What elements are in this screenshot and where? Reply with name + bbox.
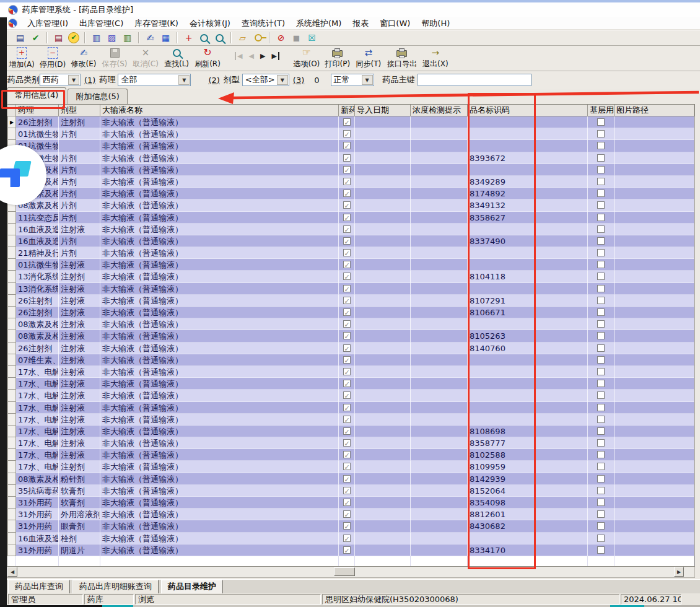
base-level-checkbox[interactable] (597, 237, 605, 245)
new-drug-checkbox[interactable] (343, 249, 351, 256)
doc-search-icon[interactable] (198, 32, 210, 43)
col-header-infusion-name[interactable]: 大输液名称 (100, 105, 339, 116)
table-row[interactable]: 21精神及行为片剂非大输液（普通输液） (7, 247, 694, 259)
list-doc-icon[interactable]: ▥ (121, 32, 133, 43)
base-level-checkbox[interactable] (597, 178, 605, 185)
table-row[interactable]: 31外用药外用溶液剂非大输液（普通输液）8812601 (7, 509, 694, 520)
export-doc-icon[interactable]: ▤ (53, 32, 64, 43)
table-row[interactable]: 31外用药阴道片非大输液（普通输液）8334170 (7, 544, 694, 556)
base-level-checkbox[interactable] (597, 142, 605, 149)
window-tab[interactable]: 药品出库明细账查询 (72, 580, 159, 594)
base-level-checkbox[interactable] (597, 487, 605, 494)
base-level-checkbox[interactable] (597, 427, 605, 435)
base-level-checkbox[interactable] (597, 332, 605, 339)
base-level-checkbox[interactable] (597, 522, 605, 530)
menu-item[interactable]: 入库管理(I) (22, 18, 74, 29)
table-row[interactable]: 17水、电解质注射剂非大输液（普通输液）8109959 (7, 461, 694, 473)
base-level-checkbox[interactable] (597, 439, 605, 447)
new-drug-checkbox[interactable] (343, 237, 351, 245)
window-tab[interactable]: 药品目录维护 (161, 580, 223, 594)
table-row[interactable]: 13消化系统注射剂非大输液（普通输液）8104118 (7, 271, 694, 282)
new-drug-checkbox[interactable] (343, 499, 351, 506)
chevron-down-icon[interactable]: ▼ (277, 75, 288, 85)
new-drug-checkbox[interactable] (343, 142, 351, 149)
modify-button[interactable]: ✍ 修改(E) (68, 46, 99, 70)
col-header-new-drug[interactable]: 新药 (339, 105, 355, 116)
new-drug-checkbox[interactable] (343, 451, 351, 458)
col-header-concentration-hint[interactable]: 浓度检测提示 (411, 105, 468, 116)
cancel-button[interactable]: × 取消(C) (130, 46, 161, 70)
table-row[interactable]: 17水、电解质注射液非大输液（普通输液） (7, 378, 694, 390)
table-row[interactable]: 17水、电解质注射液非大输液（普通输液） (7, 390, 694, 401)
table-row[interactable]: 16血液及造血片剂非大输液（普通输液）8337490 (7, 235, 694, 247)
base-level-checkbox[interactable] (597, 261, 605, 268)
search-icon[interactable] (214, 32, 225, 43)
disable-button[interactable]: − 停用(D) (37, 46, 68, 70)
edit-sheet-icon[interactable]: ✍ (144, 32, 156, 43)
base-level-checkbox[interactable] (597, 214, 605, 221)
table-row[interactable]: 17水、电解质注射液非大输液（普通输液） (7, 414, 694, 426)
new-drug-checkbox[interactable] (343, 391, 351, 399)
base-level-checkbox[interactable] (597, 380, 605, 387)
table-row[interactable]: 35抗病毒药软膏剂非大输液（普通输液）8152064 (7, 485, 694, 497)
new-drug-checkbox[interactable] (343, 416, 351, 423)
last-record-button[interactable]: ▶ (271, 52, 279, 60)
base-level-checkbox[interactable] (597, 285, 605, 292)
doc-add-icon[interactable]: + (183, 32, 195, 43)
table-row[interactable]: 13消化系统注射液非大输液（普通输液） (7, 283, 694, 295)
refresh-button[interactable]: ↻ 刷新(R) (192, 46, 223, 70)
col-header-base-level[interactable]: 基层用 (588, 105, 615, 116)
base-level-checkbox[interactable] (597, 356, 605, 364)
package-icon[interactable]: ◼ (291, 32, 302, 43)
menu-item[interactable]: 会计核算(J) (184, 18, 236, 29)
import-doc-icon[interactable]: ▤ (14, 32, 26, 43)
new-drug-checkbox[interactable] (343, 463, 351, 470)
table-row[interactable]: 17水、电解质注射液非大输液（普通输液）8108698 (7, 426, 694, 437)
new-drug-checkbox[interactable] (343, 130, 351, 138)
new-drug-checkbox[interactable] (343, 332, 351, 339)
new-drug-checkbox[interactable] (343, 297, 351, 304)
new-drug-checkbox[interactable] (343, 368, 351, 375)
find-button[interactable]: 查找(L) (161, 46, 192, 70)
table-row[interactable]: 26注射剂注射液非大输液（普通输液）8140760 (7, 343, 694, 354)
close-box-icon[interactable]: ☒ (306, 32, 318, 43)
base-level-checkbox[interactable] (597, 166, 605, 173)
table-row[interactable]: 31外用药软膏剂非大输液（普通输液）8354098 (7, 497, 694, 509)
add-button[interactable]: + 增加(A) (6, 46, 37, 70)
new-drug-checkbox[interactable] (343, 261, 351, 268)
base-level-checkbox[interactable] (597, 154, 605, 162)
new-drug-checkbox[interactable] (343, 546, 351, 554)
new-drug-checkbox[interactable] (343, 201, 351, 209)
new-drug-checkbox[interactable] (343, 380, 351, 387)
new-drug-checkbox[interactable] (343, 439, 351, 447)
base-level-checkbox[interactable] (597, 463, 605, 470)
base-level-checkbox[interactable] (597, 451, 605, 458)
menu-item[interactable]: 报表 (347, 18, 374, 29)
new-drug-checkbox[interactable] (343, 404, 351, 411)
new-drug-checkbox[interactable] (343, 487, 351, 494)
new-drug-checkbox[interactable] (343, 214, 351, 221)
report-image-icon[interactable]: ▨ (106, 32, 118, 43)
table-row[interactable]: ▶26注射剂注射剂非大输液（普通输液） (7, 116, 694, 128)
base-level-checkbox[interactable] (597, 308, 605, 316)
new-drug-checkbox[interactable] (343, 320, 351, 328)
table-row[interactable]: 16血液及造血栓剂非大输液（普通输液） (7, 533, 694, 544)
options-button[interactable]: ☞ 选项(O) (291, 46, 322, 70)
table-row[interactable]: 31外用药眼膏剂非大输液（普通输液）8430682 (7, 520, 694, 532)
exit-button[interactable]: → 退出(X) (420, 46, 451, 70)
scroll-right-button[interactable]: ▶ (674, 567, 684, 577)
menu-item[interactable]: 出库管理(C) (74, 18, 129, 29)
base-level-checkbox[interactable] (597, 130, 605, 138)
table-row[interactable]: 08激素及相关片剂非大输液（普通输液） (7, 164, 694, 176)
tab-extra-info[interactable]: 附加信息(5) (68, 89, 127, 104)
new-drug-checkbox[interactable] (343, 118, 351, 126)
sync-button[interactable]: ⇄ 同步(T) (353, 46, 384, 70)
table-row[interactable]: 01抗微生物片剂非大输液（普通输液） (7, 128, 694, 140)
new-drug-checkbox[interactable] (343, 285, 351, 292)
table-row[interactable]: 08激素及相关片剂非大输液（普通输液）8174892 (7, 188, 694, 199)
drug-key-input[interactable] (418, 74, 532, 86)
chevron-down-icon[interactable]: ▼ (362, 75, 373, 85)
base-level-checkbox[interactable] (597, 499, 605, 506)
table-row[interactable]: 11抗变态反应片剂非大输液（普通输液）8358627 (7, 212, 694, 224)
table-row[interactable]: 08激素及相关片剂非大输液（普通输液）8349289 (7, 176, 694, 188)
